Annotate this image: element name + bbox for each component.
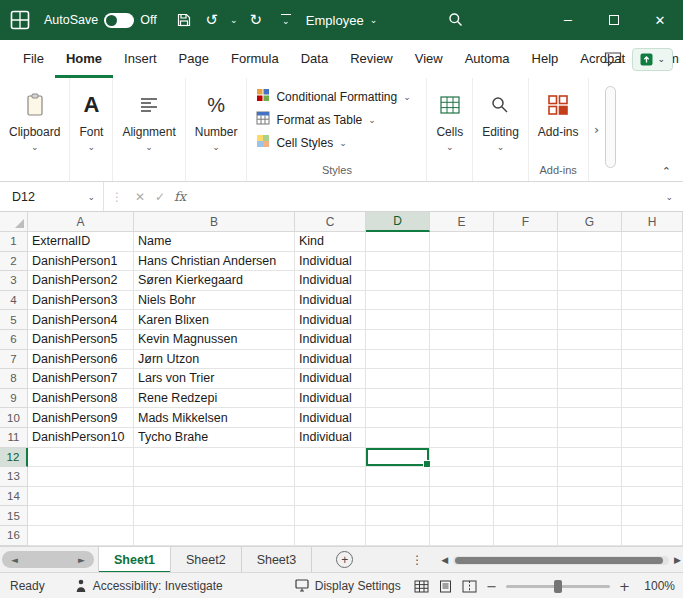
search-icon[interactable] bbox=[448, 12, 463, 31]
cell-B4[interactable]: Niels Bohr bbox=[134, 291, 295, 311]
cell-E13[interactable] bbox=[430, 467, 494, 487]
cell-E8[interactable] bbox=[430, 369, 494, 389]
cell-F13[interactable] bbox=[494, 467, 558, 487]
cell-H10[interactable] bbox=[622, 408, 683, 428]
cell-A4[interactable]: DanishPerson3 bbox=[28, 291, 134, 311]
column-header-G[interactable]: G bbox=[558, 212, 622, 232]
cell-F10[interactable] bbox=[494, 408, 558, 428]
cell-H13[interactable] bbox=[622, 467, 683, 487]
row-header-15[interactable]: 15 bbox=[0, 506, 28, 526]
cell-B10[interactable]: Mads Mikkelsen bbox=[134, 408, 295, 428]
ribbon-tab-insert[interactable]: Insert bbox=[113, 40, 168, 78]
row-header-5[interactable]: 5 bbox=[0, 310, 28, 330]
cell-G14[interactable] bbox=[558, 487, 622, 507]
quick-access-toolbar-chevron-icon[interactable]: ⌄ bbox=[281, 14, 291, 26]
cell-B16[interactable] bbox=[134, 526, 295, 546]
cell-F16[interactable] bbox=[494, 526, 558, 546]
cell-C1[interactable]: Kind bbox=[295, 232, 366, 252]
ribbon-tab-home[interactable]: Home bbox=[55, 40, 113, 78]
cell-F6[interactable] bbox=[494, 330, 558, 350]
sheet-nav-left-icon[interactable]: ◄ bbox=[11, 555, 18, 565]
horizontal-scrollbar[interactable]: ◀ ▶ bbox=[441, 547, 681, 573]
zoom-out-button[interactable]: − bbox=[486, 579, 497, 594]
cell-G16[interactable] bbox=[558, 526, 622, 546]
cell-D1[interactable] bbox=[366, 232, 430, 252]
cell-E10[interactable] bbox=[430, 408, 494, 428]
cell-D9[interactable] bbox=[366, 389, 430, 409]
cell-C7[interactable]: Individual bbox=[295, 350, 366, 370]
cell-H12[interactable] bbox=[622, 448, 683, 468]
column-header-C[interactable]: C bbox=[295, 212, 366, 232]
horizontal-scrollbar-thumb[interactable] bbox=[455, 557, 663, 564]
column-header-A[interactable]: A bbox=[28, 212, 134, 232]
cell-A10[interactable]: DanishPerson9 bbox=[28, 408, 134, 428]
row-header-13[interactable]: 13 bbox=[0, 467, 28, 487]
accessibility-status[interactable]: Accessibility: Investigate bbox=[75, 579, 223, 593]
cell-H5[interactable] bbox=[622, 310, 683, 330]
cell-A1[interactable]: ExternalID bbox=[28, 232, 134, 252]
cell-G6[interactable] bbox=[558, 330, 622, 350]
cell-D10[interactable] bbox=[366, 408, 430, 428]
cell-C11[interactable]: Individual bbox=[295, 428, 366, 448]
cell-A3[interactable]: DanishPerson2 bbox=[28, 271, 134, 291]
cell-G15[interactable] bbox=[558, 506, 622, 526]
cell-B13[interactable] bbox=[134, 467, 295, 487]
select-all-corner[interactable] bbox=[0, 212, 28, 232]
cell-B2[interactable]: Hans Christian Andersen bbox=[134, 252, 295, 272]
cell-H9[interactable] bbox=[622, 389, 683, 409]
cell-G11[interactable] bbox=[558, 428, 622, 448]
row-header-8[interactable]: 8 bbox=[0, 369, 28, 389]
cell-D3[interactable] bbox=[366, 271, 430, 291]
row-header-16[interactable]: 16 bbox=[0, 526, 28, 546]
cell-E5[interactable] bbox=[430, 310, 494, 330]
cell-G9[interactable] bbox=[558, 389, 622, 409]
column-header-B[interactable]: B bbox=[134, 212, 295, 232]
column-header-E[interactable]: E bbox=[430, 212, 494, 232]
ribbon-group-font[interactable]: A Font ⌄ bbox=[70, 78, 113, 181]
cell-A16[interactable] bbox=[28, 526, 134, 546]
cell-A11[interactable]: DanishPerson10 bbox=[28, 428, 134, 448]
row-header-6[interactable]: 6 bbox=[0, 330, 28, 350]
cell-A5[interactable]: DanishPerson4 bbox=[28, 310, 134, 330]
zoom-slider-thumb[interactable] bbox=[554, 580, 562, 593]
cell-A14[interactable] bbox=[28, 487, 134, 507]
cell-C9[interactable]: Individual bbox=[295, 389, 366, 409]
ribbon-tab-view[interactable]: View bbox=[404, 40, 454, 78]
ribbon-tab-help[interactable]: Help bbox=[521, 40, 570, 78]
cell-F14[interactable] bbox=[494, 487, 558, 507]
cell-F5[interactable] bbox=[494, 310, 558, 330]
minimize-button[interactable]: ─ bbox=[545, 0, 591, 40]
cell-F11[interactable] bbox=[494, 428, 558, 448]
cell-H11[interactable] bbox=[622, 428, 683, 448]
cell-D8[interactable] bbox=[366, 369, 430, 389]
cell-E6[interactable] bbox=[430, 330, 494, 350]
ribbon-group-addins[interactable]: Add-ins Add-ins bbox=[529, 78, 589, 181]
cell-E7[interactable] bbox=[430, 350, 494, 370]
cell-C14[interactable] bbox=[295, 487, 366, 507]
cell-B6[interactable]: Kevin Magnussen bbox=[134, 330, 295, 350]
formula-bar-separator[interactable]: ⋮ bbox=[104, 190, 130, 204]
excel-logo-icon[interactable] bbox=[10, 10, 30, 30]
cell-D4[interactable] bbox=[366, 291, 430, 311]
cell-E16[interactable] bbox=[430, 526, 494, 546]
cell-D5[interactable] bbox=[366, 310, 430, 330]
sheet-tab-sheet2[interactable]: Sheet2 bbox=[171, 547, 242, 573]
cell-D13[interactable] bbox=[366, 467, 430, 487]
cell-D16[interactable] bbox=[366, 526, 430, 546]
cell-B11[interactable]: Tycho Brahe bbox=[134, 428, 295, 448]
row-header-1[interactable]: 1 bbox=[0, 232, 28, 252]
cell-H3[interactable] bbox=[622, 271, 683, 291]
cell-F7[interactable] bbox=[494, 350, 558, 370]
cell-E15[interactable] bbox=[430, 506, 494, 526]
commit-icon[interactable]: ✓ bbox=[150, 190, 170, 204]
ribbon-group-number[interactable]: % Number ⌄ bbox=[186, 78, 248, 181]
cell-B12[interactable] bbox=[134, 448, 295, 468]
row-header-7[interactable]: 7 bbox=[0, 350, 28, 370]
name-box[interactable]: D12 ⌄ bbox=[0, 182, 104, 211]
sheet-options-icon[interactable]: ⋮ bbox=[411, 553, 423, 567]
cell-C16[interactable] bbox=[295, 526, 366, 546]
row-header-10[interactable]: 10 bbox=[0, 408, 28, 428]
expand-formula-bar-icon[interactable]: ⌄ bbox=[655, 192, 683, 202]
cell-A2[interactable]: DanishPerson1 bbox=[28, 252, 134, 272]
ribbon-tab-formula[interactable]: Formula bbox=[220, 40, 290, 78]
